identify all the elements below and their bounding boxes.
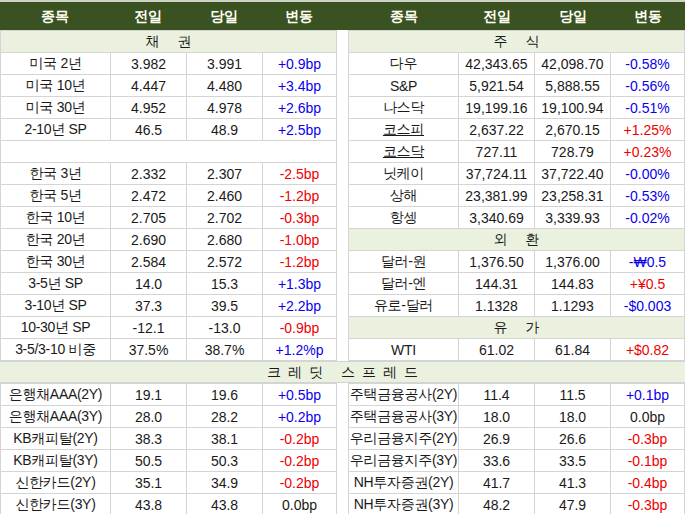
prev-value: 144.31 bbox=[458, 273, 534, 295]
credit-spread-section-title: 크레딧 스프레드 bbox=[0, 361, 685, 383]
prev-value: 1,376.50 bbox=[458, 251, 534, 273]
column-header-prev: 전일 bbox=[459, 2, 535, 30]
prev-value: 26.9 bbox=[459, 428, 535, 450]
market-table: 주 식다우42,343.6542,098.70-0.58%S&P5,921.54… bbox=[348, 30, 685, 361]
item-label: KB캐피탈(3Y) bbox=[1, 450, 111, 472]
item-label[interactable]: 코스닥 bbox=[348, 141, 458, 163]
cur-value: 34.9 bbox=[187, 472, 263, 494]
item-label: 2-10년 SP bbox=[1, 119, 111, 141]
cur-value: 4.978 bbox=[187, 97, 263, 119]
change-value: +2.2bp bbox=[263, 295, 337, 317]
change-value: -$0.003 bbox=[610, 295, 684, 317]
prev-value: 14.0 bbox=[111, 273, 187, 295]
change-value: -1.2bp bbox=[263, 185, 337, 207]
table-row: KB캐피탈(2Y)38.338.1-0.2bp bbox=[1, 428, 337, 450]
change-value: -0.51% bbox=[610, 97, 684, 119]
item-label: 3-10년 SP bbox=[1, 295, 111, 317]
credit-left-table: 은행채AAA(2Y)19.119.6+0.5bp은행채AAA(3Y)28.028… bbox=[0, 383, 337, 514]
cur-value: -13.0 bbox=[187, 317, 263, 339]
change-value: -0.53% bbox=[610, 185, 684, 207]
column-header-change: 변동 bbox=[611, 2, 685, 30]
prev-value: 37,724.11 bbox=[458, 163, 534, 185]
section-row: 주 식 bbox=[348, 31, 684, 53]
table-row: 유로-달러1.13281.1293-$0.003 bbox=[348, 295, 684, 317]
item-label[interactable]: 코스피 bbox=[348, 119, 458, 141]
cur-value: 61.84 bbox=[534, 339, 610, 361]
table-row: S&P5,921.545,888.55-0.56% bbox=[348, 75, 684, 97]
change-value: 0.0bp bbox=[611, 406, 685, 428]
prev-value: 2.705 bbox=[111, 207, 187, 229]
column-header-change: 변동 bbox=[262, 2, 336, 30]
prev-value: 2.332 bbox=[111, 163, 187, 185]
item-label: 주택금융공사(3Y) bbox=[349, 406, 459, 428]
table-row: 한국 20년2.6902.680-1.0bp bbox=[1, 229, 337, 251]
table-row: 미국 30년4.9524.978+2.6bp bbox=[1, 97, 337, 119]
item-label: 미국 2년 bbox=[1, 53, 111, 75]
prev-value: 2.472 bbox=[111, 185, 187, 207]
cur-value: 5,888.55 bbox=[534, 75, 610, 97]
table-row: 코스피2,637.222,670.15+1.25% bbox=[348, 119, 684, 141]
prev-value: 5,921.54 bbox=[458, 75, 534, 97]
prev-value: 2.690 bbox=[111, 229, 187, 251]
cur-value: 42,098.70 bbox=[534, 53, 610, 75]
item-label: 우리금융지주(2Y) bbox=[349, 428, 459, 450]
change-value: +3.4bp bbox=[263, 75, 337, 97]
table-row: 한국 30년2.5842.572-1.2bp bbox=[1, 251, 337, 273]
item-label: 3-5/3-10 비중 bbox=[1, 339, 111, 361]
change-value: +$0.82 bbox=[610, 339, 684, 361]
prev-value: 727.11 bbox=[458, 141, 534, 163]
spacer-row bbox=[1, 141, 337, 163]
credit-right-table: 주택금융공사(2Y)11.411.5+0.1bp주택금융공사(3Y)18.018… bbox=[348, 383, 685, 514]
prev-value: 2,637.22 bbox=[458, 119, 534, 141]
table-row: 코스닥727.11728.79+0.23% bbox=[348, 141, 684, 163]
prev-value: 48.2 bbox=[459, 494, 535, 514]
item-label: 나스닥 bbox=[348, 97, 458, 119]
prev-value: 3.982 bbox=[111, 53, 187, 75]
credit-tables-band: 은행채AAA(2Y)19.119.6+0.5bp은행채AAA(3Y)28.028… bbox=[0, 383, 685, 514]
cur-value: 28.2 bbox=[187, 406, 263, 428]
table-row: 은행채AAA(2Y)19.119.6+0.5bp bbox=[1, 384, 337, 406]
cur-value: 19.6 bbox=[187, 384, 263, 406]
cur-value: 39.5 bbox=[187, 295, 263, 317]
change-value: -0.2bp bbox=[263, 450, 337, 472]
table-row: 3-10년 SP37.339.5+2.2bp bbox=[1, 295, 337, 317]
prev-value: 37.3 bbox=[111, 295, 187, 317]
cur-value: 2.680 bbox=[187, 229, 263, 251]
cur-value: 18.0 bbox=[535, 406, 611, 428]
prev-value: 50.5 bbox=[111, 450, 187, 472]
table-row: 3-5/3-10 비중37.5%38.7%+1.2%p bbox=[1, 339, 337, 361]
prev-value: 37.5% bbox=[111, 339, 187, 361]
table-row: 10-30년 SP-12.1-13.0-0.9bp bbox=[1, 317, 337, 339]
cur-value: 1,376.00 bbox=[534, 251, 610, 273]
change-value: -0.1bp bbox=[611, 450, 685, 472]
table-row: 은행채AAA(3Y)28.028.2+0.2bp bbox=[1, 406, 337, 428]
column-header-row: 종목 전일 당일 변동 종목 전일 당일 변동 bbox=[0, 0, 685, 30]
prev-value: 33.6 bbox=[459, 450, 535, 472]
cur-value: 3.991 bbox=[187, 53, 263, 75]
column-header-item: 종목 bbox=[0, 2, 110, 30]
item-label: 한국 3년 bbox=[1, 163, 111, 185]
change-value: +1.2%p bbox=[263, 339, 337, 361]
change-value: -0.58% bbox=[610, 53, 684, 75]
column-header-item: 종목 bbox=[349, 2, 459, 30]
table-row: NH투자증권(2Y)41.741.3-0.4bp bbox=[349, 472, 685, 494]
prev-value: 35.1 bbox=[111, 472, 187, 494]
item-label: 한국 10년 bbox=[1, 207, 111, 229]
cur-value: 144.83 bbox=[534, 273, 610, 295]
section-title: 주 식 bbox=[348, 31, 684, 53]
table-row: 주택금융공사(2Y)11.411.5+0.1bp bbox=[349, 384, 685, 406]
cur-value: 47.9 bbox=[535, 494, 611, 514]
cur-value: 2.572 bbox=[187, 251, 263, 273]
item-label: 신한카드(3Y) bbox=[1, 494, 111, 514]
prev-value: 38.3 bbox=[111, 428, 187, 450]
market-summary-sheet: 종목 전일 당일 변동 종목 전일 당일 변동 채 권미국 2년3.9823.9… bbox=[0, 0, 685, 514]
change-value: -0.4bp bbox=[611, 472, 685, 494]
table-row: 닛케이37,724.1137,722.40-0.00% bbox=[348, 163, 684, 185]
change-value: -0.3bp bbox=[611, 428, 685, 450]
change-value: +2.5bp bbox=[263, 119, 337, 141]
section-row: 외 환 bbox=[348, 229, 684, 251]
cur-value: 23,258.31 bbox=[534, 185, 610, 207]
item-label: 달러-원 bbox=[348, 251, 458, 273]
table-row: 3-5년 SP14.015.3+1.3bp bbox=[1, 273, 337, 295]
table-row: 미국 2년3.9823.991+0.9bp bbox=[1, 53, 337, 75]
